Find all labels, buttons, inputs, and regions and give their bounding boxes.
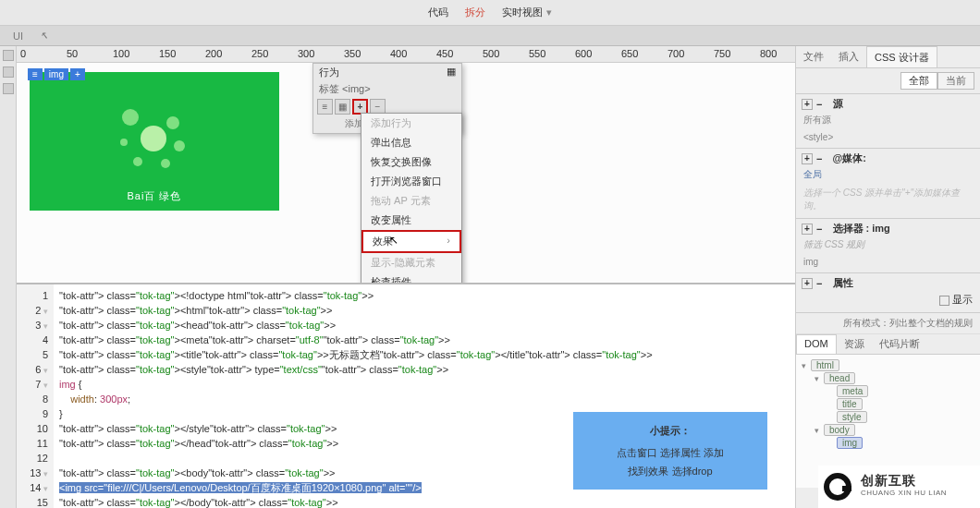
twisty-icon[interactable]: ▾ <box>802 361 811 370</box>
watermark-icon <box>824 473 851 501</box>
line-numbers: 12345678910111213141516 <box>17 284 54 508</box>
add-selector-button[interactable]: + <box>802 224 813 235</box>
seg-current[interactable]: 当前 <box>937 72 974 90</box>
selectors-heading: 选择器 : img <box>833 222 890 236</box>
right-panel: 文件 插入 CSS 设计器 全部 当前 +− 源 所有源 <style> +− … <box>795 46 980 508</box>
media-global[interactable]: 全局 <box>802 165 974 184</box>
sources-style[interactable]: <style> <box>802 129 974 145</box>
right-panel-tabs: 文件 插入 CSS 设计器 <box>796 46 980 68</box>
seg-all[interactable]: 全部 <box>900 72 937 90</box>
design-canvas[interactable]: ≡ img + Bai百 绿色 行为▦ 标签 <img> ≡ ▦ − <box>17 63 795 284</box>
menu-item: 显示-隐藏元素 <box>361 253 461 272</box>
code-editor[interactable]: 12345678910111213141516 "tok-attr"> clas… <box>17 284 795 508</box>
tool-1[interactable] <box>3 50 14 61</box>
hint-line2: 找到效果 选择drop <box>582 462 758 480</box>
view-split[interactable]: 拆分 <box>465 6 485 19</box>
media-hint: 选择一个 CSS 源并单击"+"添加媒体查询。 <box>802 184 974 215</box>
tool-3[interactable] <box>3 83 14 94</box>
add-property-button[interactable]: + <box>802 278 813 289</box>
behaviors-title: 行为 <box>319 66 339 79</box>
hint-callout: 小提示： 点击窗口 选择属性 添加 找到效果 选择drop <box>573 412 767 490</box>
css-scope-segment: 全部 当前 <box>796 68 980 93</box>
sources-all[interactable]: 所有源 <box>802 111 974 129</box>
media-section: +− @媒体: 全局 选择一个 CSS 源并单击"+"添加媒体查询。 <box>796 148 980 218</box>
tab-resources[interactable]: 资源 <box>837 334 872 354</box>
properties-heading: 属性 <box>833 276 853 290</box>
menu-item: 添加行为 <box>361 114 461 133</box>
dom-node-head[interactable]: ▾head <box>815 372 974 384</box>
selector-filter[interactable]: 筛选 CSS 规则 <box>802 236 974 254</box>
sources-section: +− 源 所有源 <style> <box>796 93 980 148</box>
twisty-icon[interactable]: ▾ <box>815 374 824 383</box>
watermark-cn: 创新互联 <box>861 475 947 487</box>
show-set-checkbox[interactable] <box>939 296 949 306</box>
dom-node-html[interactable]: ▾html <box>802 359 974 371</box>
media-heading: @媒体: <box>833 151 866 165</box>
behaviors-settings-icon[interactable]: ▦ <box>447 66 456 79</box>
dom-node-title[interactable]: title <box>827 398 974 410</box>
view-code[interactable]: 代码 <box>428 6 448 19</box>
hint-title: 小提示： <box>582 421 758 440</box>
dom-mode-message: 所有模式：列出整个文档的规则 <box>796 313 980 334</box>
properties-section: +− 属性 显示 <box>796 272 980 312</box>
dom-node-body[interactable]: ▾body <box>815 424 974 436</box>
view-live[interactable]: 实时视图 <box>502 6 551 19</box>
dom-node-img[interactable]: img <box>827 437 974 449</box>
view-mode-bar: 代码 拆分 实时视图 <box>0 0 980 26</box>
dom-node-meta[interactable]: meta <box>827 385 974 397</box>
menu-item[interactable]: 效果›↖ <box>361 230 461 253</box>
menu-item: 拖动 AP 元素 <box>361 191 461 211</box>
cursor-icon: ↖ <box>389 234 398 247</box>
tab-dom[interactable]: DOM <box>796 334 837 354</box>
dom-panel: 所有模式：列出整个文档的规则 DOM 资源 代码片断 ▾html▾headmet… <box>796 312 980 488</box>
behaviors-list-icon[interactable]: ≡ <box>317 99 333 115</box>
tab-insert[interactable]: 插入 <box>831 46 866 67</box>
menu-item[interactable]: 恢复交换图像 <box>361 152 461 172</box>
menu-item[interactable]: 打开浏览器窗口 <box>361 172 461 191</box>
watermark-logo: 创新互联 CHUANG XIN HU LIAN <box>818 466 980 508</box>
tab-snippets[interactable]: 代码片断 <box>872 334 927 354</box>
tab-files[interactable]: 文件 <box>796 46 831 67</box>
selector-plus-icon[interactable]: + <box>70 68 85 80</box>
image-caption: Bai百 绿色 <box>128 189 182 203</box>
hint-line1: 点击窗口 选择属性 添加 <box>582 443 758 462</box>
horizontal-ruler: 0501001502002503003504004505005506006507… <box>17 46 795 63</box>
element-selector-chip[interactable]: ≡ img + <box>28 68 85 80</box>
show-set-label: 显示 <box>952 294 973 305</box>
menu-item[interactable]: 改变属性 <box>361 211 461 230</box>
sources-heading: 源 <box>833 97 843 111</box>
twisty-icon[interactable]: ▾ <box>815 426 824 435</box>
tool-2[interactable] <box>3 67 14 78</box>
selector-menu-icon[interactable]: ≡ <box>28 68 43 80</box>
document-tabstrip: UI ↖ <box>0 26 980 46</box>
dom-node-style[interactable]: style <box>827 411 974 423</box>
tab-css-designer[interactable]: CSS 设计器 <box>866 46 937 67</box>
image-graphic <box>113 100 196 183</box>
behaviors-tag-label: 标签 <img> <box>313 81 461 97</box>
selector-img[interactable]: img <box>802 254 974 270</box>
add-media-button[interactable]: + <box>802 153 813 164</box>
menu-item[interactable]: 检查插件 <box>361 272 461 284</box>
selected-image[interactable]: ≡ img + Bai百 绿色 <box>30 72 279 211</box>
add-source-button[interactable]: + <box>802 99 813 110</box>
doc-tab-cursor: ↖ <box>34 28 54 43</box>
doc-tab[interactable]: UI <box>7 29 29 43</box>
menu-item[interactable]: 弹出信息 <box>361 133 461 152</box>
behavior-context-menu[interactable]: 添加行为弹出信息恢复交换图像打开浏览器窗口拖动 AP 元素改变属性效果›↖显示-… <box>361 113 462 284</box>
watermark-en: CHUANG XIN HU LIAN <box>861 487 947 499</box>
behaviors-grid-icon[interactable]: ▦ <box>335 99 350 115</box>
selectors-section: +− 选择器 : img 筛选 CSS 规则 img <box>796 218 980 272</box>
left-toolbar <box>0 46 17 508</box>
selector-tag[interactable]: img <box>44 68 68 80</box>
